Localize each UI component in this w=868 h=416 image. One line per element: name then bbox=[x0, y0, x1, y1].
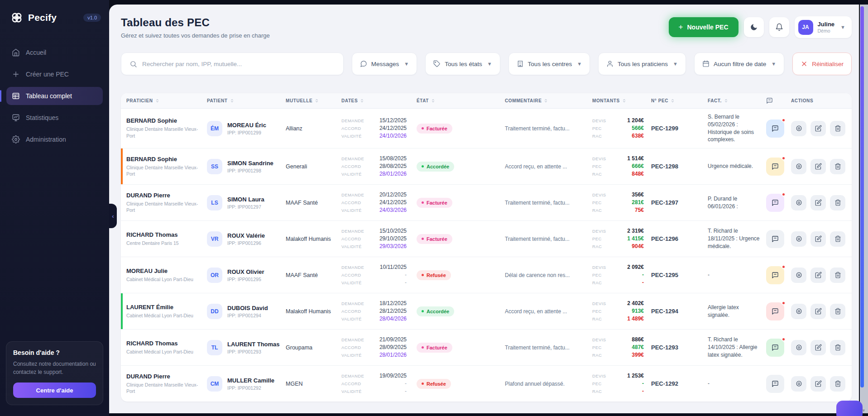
trash-icon bbox=[834, 125, 841, 132]
column-header-montants[interactable]: MONTANTS bbox=[592, 98, 651, 103]
pec-label: PEC bbox=[592, 271, 602, 279]
chat-button[interactable] bbox=[766, 375, 784, 393]
edit-button[interactable] bbox=[810, 231, 826, 247]
sidebar-item-label: Administration bbox=[26, 136, 66, 143]
view-button[interactable] bbox=[791, 231, 806, 247]
vertical-scrollbar[interactable]: ▼ bbox=[860, 5, 868, 413]
view-button[interactable] bbox=[791, 195, 806, 210]
chat-bubble-icon bbox=[772, 199, 779, 206]
column-header-patient[interactable]: PATIENT bbox=[207, 98, 286, 103]
date-validite-value: 24/03/2026 bbox=[379, 206, 407, 214]
table-row[interactable]: DURAND Pierre Clinique Dentaire Marseill… bbox=[121, 365, 852, 402]
table-row[interactable]: RICHARD Thomas Cabinet Médical Lyon Part… bbox=[121, 329, 852, 365]
centres-filter-button[interactable]: Tous les centres▼ bbox=[508, 53, 590, 75]
sidebar-item-creer-pec[interactable]: Créer une PEC bbox=[6, 65, 103, 83]
view-button[interactable] bbox=[791, 340, 806, 355]
chat-button[interactable] bbox=[766, 266, 784, 284]
column-header-etat[interactable]: ÉTAT bbox=[417, 98, 505, 103]
scrollbar-thumb[interactable] bbox=[860, 6, 864, 387]
table-row[interactable]: DURAND Pierre Clinique Dentaire Marseill… bbox=[121, 184, 852, 220]
chat-button[interactable] bbox=[766, 302, 784, 320]
edit-button[interactable] bbox=[810, 121, 826, 136]
praticien-name: MOREAU Julie bbox=[126, 268, 207, 274]
view-button[interactable] bbox=[791, 159, 806, 174]
user-info: Juline Démo bbox=[818, 21, 835, 33]
date-validite-value: 28/04/2026 bbox=[379, 315, 407, 323]
chat-button[interactable] bbox=[766, 120, 784, 138]
date-validite-label: VALIDITÉ bbox=[341, 170, 362, 178]
delete-button[interactable] bbox=[830, 195, 845, 210]
edit-button[interactable] bbox=[810, 376, 826, 392]
column-header-dates[interactable]: DATES bbox=[341, 98, 417, 103]
column-header-fact[interactable]: FACT. bbox=[708, 98, 766, 103]
sidebar-item-statistiques[interactable]: Statistiques bbox=[6, 109, 103, 127]
chat-button[interactable] bbox=[766, 158, 784, 176]
devis-label: DEVIS bbox=[592, 372, 606, 380]
messages-filter-button[interactable]: Messages▼ bbox=[352, 53, 417, 75]
view-button[interactable] bbox=[791, 304, 806, 319]
view-button[interactable] bbox=[791, 376, 806, 392]
column-header-commentaire[interactable]: COMMENTAIRE bbox=[505, 98, 592, 103]
edit-icon bbox=[815, 199, 822, 206]
etat-cell: Accordée bbox=[417, 161, 505, 172]
delete-button[interactable] bbox=[830, 304, 845, 319]
edit-button[interactable] bbox=[810, 340, 826, 355]
eye-icon bbox=[796, 199, 802, 206]
pec-value: 913€ bbox=[632, 307, 644, 315]
date-filter-button[interactable]: Aucun filtre de date▼ bbox=[694, 53, 784, 75]
chat-button[interactable] bbox=[766, 339, 784, 357]
column-header-num-pec[interactable]: N° PEC bbox=[651, 98, 708, 103]
delete-button[interactable] bbox=[830, 340, 845, 355]
help-center-button[interactable]: Centre d'aide bbox=[13, 383, 96, 398]
sidebar-item-administration[interactable]: Administration bbox=[6, 130, 103, 148]
chat-bubble-icon bbox=[772, 163, 779, 170]
sort-icon bbox=[724, 98, 728, 103]
search-input[interactable] bbox=[142, 61, 335, 67]
sidebar-collapse-toggle[interactable]: ‹ bbox=[109, 204, 117, 228]
chat-bubble-icon bbox=[772, 380, 779, 387]
table-row[interactable]: MOREAU Julie Cabinet Médical Lyon Part-D… bbox=[121, 257, 852, 293]
date-accord-label: ACCORD bbox=[341, 235, 361, 243]
edit-button[interactable] bbox=[810, 195, 826, 210]
edit-button[interactable] bbox=[810, 304, 826, 319]
notifications-button[interactable] bbox=[769, 17, 789, 37]
patient-name: SIMON Laura bbox=[227, 196, 264, 203]
pec-value: 666€ bbox=[632, 163, 644, 170]
edit-button[interactable] bbox=[810, 268, 826, 283]
etats-filter-button[interactable]: Tous les états▼ bbox=[425, 53, 500, 75]
patient-ipp: IPP: IPP001292 bbox=[227, 385, 274, 391]
new-pec-button[interactable]: + Nouvelle PEC bbox=[669, 17, 739, 37]
sidebar-item-label: Statistiques bbox=[26, 114, 58, 121]
sidebar-item-accueil[interactable]: Accueil bbox=[6, 43, 103, 62]
rac-value: 1 489€ bbox=[627, 315, 644, 323]
column-header-mutuelle[interactable]: MUTUELLE bbox=[286, 98, 341, 103]
user-menu[interactable]: JA Juline Démo ▼ bbox=[795, 16, 852, 38]
chat-button[interactable] bbox=[766, 230, 784, 248]
view-button[interactable] bbox=[791, 268, 806, 283]
column-header-praticien[interactable]: PRATICIEN bbox=[126, 98, 207, 103]
date-validite-label: VALIDITÉ bbox=[341, 132, 362, 140]
table-row[interactable]: BERNARD Sophie Clinique Dentaire Marseil… bbox=[121, 109, 852, 148]
chat-button[interactable] bbox=[766, 194, 784, 212]
delete-button[interactable] bbox=[830, 231, 845, 247]
scroll-top-fab[interactable] bbox=[836, 401, 863, 416]
praticiens-filter-button[interactable]: Tous les praticiens▼ bbox=[598, 53, 686, 75]
trash-icon bbox=[834, 272, 841, 278]
table-row[interactable]: LAURENT Émilie Cabinet Médical Lyon Part… bbox=[121, 293, 852, 329]
edit-button[interactable] bbox=[810, 159, 826, 174]
reset-filters-button[interactable]: Réinitialiser bbox=[792, 53, 852, 75]
mutuelle-cell: Malakoff Humanis bbox=[286, 236, 341, 242]
table-row[interactable]: BERNARD Sophie Clinique Dentaire Marseil… bbox=[121, 148, 852, 184]
date-validite-label: VALIDITÉ bbox=[341, 243, 362, 250]
sidebar-item-tableau-complet[interactable]: Tableau complet bbox=[6, 87, 103, 105]
chat-bubble-icon bbox=[766, 97, 773, 104]
delete-button[interactable] bbox=[830, 121, 845, 136]
delete-button[interactable] bbox=[830, 268, 845, 283]
dark-mode-button[interactable] bbox=[744, 17, 764, 37]
etat-cell: Facturée bbox=[417, 234, 505, 244]
table-row[interactable]: RICHARD Thomas Centre Dentaire Paris 15 … bbox=[121, 220, 852, 257]
delete-button[interactable] bbox=[830, 159, 845, 174]
view-button[interactable] bbox=[791, 121, 806, 136]
delete-button[interactable] bbox=[830, 376, 845, 392]
chevron-down-icon: ▼ bbox=[487, 61, 492, 67]
